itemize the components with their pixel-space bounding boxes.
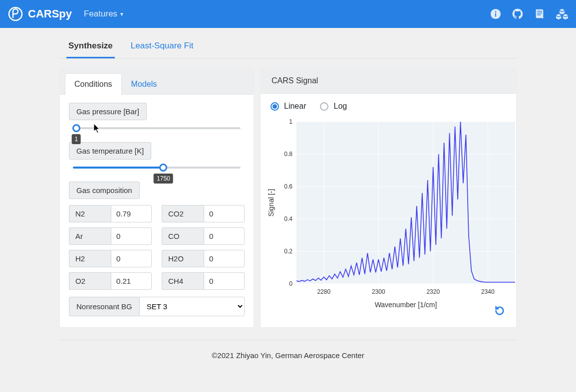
pressure-slider[interactable]: 1 (73, 127, 241, 129)
composition-o2-input[interactable] (111, 272, 152, 290)
svg-text:1: 1 (289, 118, 292, 125)
svg-text:0.2: 0.2 (284, 248, 292, 255)
composition-ch4-label: CH4 (162, 272, 204, 290)
composition-co-input[interactable] (204, 227, 245, 245)
composition-n2-input[interactable] (111, 205, 152, 222)
radio-log-label: Log (333, 102, 347, 111)
github-icon[interactable] (512, 8, 523, 19)
card-row: Conditions Models Gas pressure [Bar] 1 G (59, 68, 517, 328)
composition-ar-label: Ar (69, 227, 111, 245)
tab-synthesize[interactable]: Synthesize (66, 36, 115, 58)
conditions-card: Conditions Models Gas pressure [Bar] 1 G (59, 68, 254, 328)
nonresonant-bg-select[interactable]: SET 3 (139, 297, 245, 316)
info-icon[interactable] (490, 8, 501, 19)
sub-tabs: Conditions Models (60, 68, 254, 94)
composition-h2o-input[interactable] (204, 250, 245, 267)
nonresonant-bg-row: Nonresonant BG SET 3 (69, 297, 245, 316)
signal-card: CARS Signal Linear Log 00.20.40.60.81228… (260, 68, 517, 328)
pressure-group: Gas pressure [Bar] 1 (69, 103, 245, 129)
radio-linear-indicator (271, 102, 279, 111)
radio-linear[interactable]: Linear (271, 102, 306, 111)
cubes-icon[interactable] (556, 8, 568, 19)
temperature-slider[interactable]: 1750 (73, 167, 241, 169)
caret-down-icon: ▼ (119, 11, 124, 17)
composition-h2o: H2O (162, 250, 245, 267)
composition-grid: N2CO2ArCOH2H2OO2CH4 (69, 205, 245, 290)
subtab-conditions[interactable]: Conditions (65, 73, 122, 95)
footer-text: ©2021 Zhiyao Yin, German Aerospace Cente… (212, 351, 364, 360)
svg-rect-2 (495, 13, 496, 16)
book-icon[interactable] (534, 8, 545, 19)
pressure-value-badge: 1 (71, 134, 81, 144)
signal-body: Linear Log 00.20.40.60.81228023002320234… (261, 94, 516, 319)
radio-log-indicator (320, 102, 328, 111)
radio-log[interactable]: Log (320, 102, 347, 111)
temperature-value-badge: 1750 (154, 174, 173, 184)
svg-text:0.8: 0.8 (284, 151, 292, 158)
composition-h2o-label: H2O (162, 250, 204, 267)
composition-o2: O2 (69, 272, 152, 290)
footer: ©2021 Zhiyao Yin, German Aerospace Cente… (59, 340, 517, 380)
composition-n2-label: N2 (69, 205, 111, 222)
svg-text:2340: 2340 (481, 288, 495, 295)
temperature-group: Gas temperature [K] 1750 (69, 142, 245, 169)
features-dropdown[interactable]: Features ▼ (84, 9, 124, 19)
features-label: Features (84, 9, 117, 19)
svg-point-3 (495, 11, 497, 12)
composition-co2-label: CO2 (162, 205, 204, 222)
composition-ch4: CH4 (162, 272, 245, 290)
temperature-label: Gas temperature [K] (69, 142, 151, 160)
composition-h2-label: H2 (69, 250, 111, 267)
composition-group: Gas composition N2CO2ArCOH2H2OO2CH4 (69, 182, 245, 290)
composition-label: Gas composition (69, 182, 140, 199)
signal-card-title: CARS Signal (261, 68, 516, 94)
pressure-label: Gas pressure [Bar] (69, 103, 147, 120)
svg-text:2300: 2300 (372, 288, 385, 295)
composition-ar: Ar (69, 227, 152, 245)
conditions-body: Gas pressure [Bar] 1 Gas temperature [K]… (60, 95, 254, 327)
subtab-models[interactable]: Models (122, 73, 167, 95)
main-container: Synthesize Least-Square Fit Conditions M… (53, 36, 523, 380)
svg-text:0: 0 (289, 280, 292, 287)
svg-rect-4 (296, 122, 515, 284)
composition-n2: N2 (69, 205, 152, 222)
brand-link[interactable]: CARSpy (8, 6, 72, 21)
conditions-card-header: Conditions Models (60, 68, 254, 95)
composition-h2-input[interactable] (111, 250, 152, 267)
svg-text:Signal [-]: Signal [-] (267, 189, 275, 216)
svg-text:2280: 2280 (317, 288, 330, 295)
composition-co2-input[interactable] (204, 205, 245, 222)
navbar: CARSpy Features ▼ (0, 0, 576, 28)
composition-co: CO (162, 227, 245, 245)
svg-text:Wavenumber [1/cm]: Wavenumber [1/cm] (375, 301, 437, 309)
composition-co2: CO2 (162, 205, 245, 222)
cars-signal-chart[interactable]: 00.20.40.60.812280230023202340Wavenumber… (266, 117, 517, 311)
chart-container: 00.20.40.60.812280230023202340Wavenumber… (266, 117, 507, 316)
pressure-slider-thumb[interactable] (72, 124, 80, 132)
reset-zoom-icon[interactable] (494, 305, 505, 318)
svg-text:0.6: 0.6 (284, 183, 292, 190)
composition-ar-input[interactable] (111, 227, 152, 245)
scale-radio-row: Linear Log (271, 102, 507, 111)
tab-least-square-fit[interactable]: Least-Square Fit (129, 36, 196, 58)
composition-o2-label: O2 (69, 272, 111, 290)
composition-h2: H2 (69, 250, 152, 267)
composition-ch4-input[interactable] (204, 272, 245, 290)
brand-logo-icon (8, 6, 23, 21)
svg-text:0.4: 0.4 (284, 215, 292, 222)
svg-text:2320: 2320 (426, 288, 440, 295)
top-tabs: Synthesize Least-Square Fit (59, 36, 517, 59)
composition-co-label: CO (162, 227, 204, 245)
nav-right (490, 8, 568, 19)
brand-text: CARSpy (28, 7, 72, 20)
temperature-slider-thumb[interactable] (159, 164, 167, 172)
nonresonant-bg-label: Nonresonant BG (69, 297, 139, 316)
radio-linear-label: Linear (284, 102, 306, 111)
